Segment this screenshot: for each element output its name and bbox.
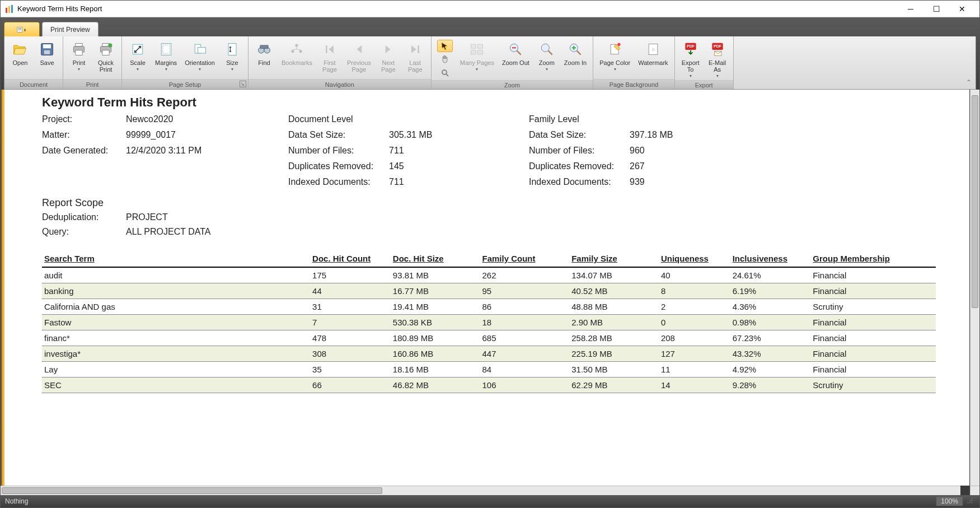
svg-rect-12 <box>76 50 82 55</box>
col-inclusiveness: Inclusiveness <box>730 250 811 267</box>
page-size-icon <box>223 40 241 58</box>
svg-rect-34 <box>478 44 483 48</box>
minimize-button[interactable]: ─ <box>898 1 923 17</box>
statusbar: Nothing 100% <box>1 495 979 507</box>
titlebar: Keyword Term Hits Report ─ ☐ ✕ <box>1 1 979 17</box>
close-button[interactable]: ✕ <box>949 1 975 17</box>
resize-grip-icon[interactable] <box>966 497 975 506</box>
table-cell: Lay <box>42 362 310 377</box>
table-cell: 31 <box>310 299 391 315</box>
table-cell: Fastow <box>42 315 310 330</box>
table-cell: 66 <box>310 377 391 393</box>
pointer-tool-button[interactable] <box>437 40 453 52</box>
previous-page-button[interactable]: Previous Page <box>344 39 374 74</box>
pdf-email-icon: PDF <box>709 40 726 58</box>
email-as-button[interactable]: PDF E-Mail As▾ <box>705 39 730 80</box>
svg-rect-6 <box>18 30 21 30</box>
horizontal-scroll-thumb[interactable] <box>2 487 382 494</box>
size-button[interactable]: Size▾ <box>220 39 245 73</box>
doc-dup-value: 145 <box>389 161 479 171</box>
doc-num-files-label: Number of Files: <box>288 146 389 156</box>
save-button[interactable]: Save <box>35 39 59 68</box>
dedup-value: PROJECT <box>126 212 350 222</box>
table-cell: Financial <box>810 315 936 330</box>
table-cell: 127 <box>659 346 730 362</box>
svg-point-59 <box>969 502 970 504</box>
table-cell: 24.61% <box>730 267 811 283</box>
last-page-icon <box>406 40 424 58</box>
print-button[interactable]: Print ▾ <box>67 39 91 73</box>
many-pages-icon <box>468 40 486 58</box>
app-menu-button[interactable] <box>4 22 40 36</box>
table-row: investiga*308160.86 MB447225.19 MB12743.… <box>42 346 936 362</box>
vertical-scroll-thumb[interactable] <box>972 95 978 308</box>
table-cell: 40.52 MB <box>569 283 659 299</box>
group-label-page-setup: Page Setup↘ <box>122 79 248 89</box>
table-cell: SEC <box>42 377 310 393</box>
next-page-icon <box>379 40 397 58</box>
project-value: Newco2020 <box>126 114 238 124</box>
table-cell: 40 <box>659 267 730 283</box>
fam-indexed-label: Indexed Documents: <box>529 177 630 187</box>
svg-rect-4 <box>18 28 21 29</box>
vertical-scrollbar[interactable] <box>970 90 979 486</box>
next-page-button[interactable]: Next Page <box>376 39 401 74</box>
table-cell: 18 <box>480 315 570 330</box>
table-cell: 46.82 MB <box>391 377 480 393</box>
bookmarks-icon <box>288 40 306 58</box>
zoom-in-button[interactable]: Zoom In <box>561 39 589 68</box>
orientation-button[interactable]: Orientation▾ <box>182 39 218 73</box>
table-cell: 93.81 MB <box>391 267 480 283</box>
table-cell: 160.86 MB <box>391 346 480 362</box>
fam-data-set-size-value: 397.18 MB <box>630 130 697 140</box>
svg-rect-30 <box>418 45 419 53</box>
svg-point-56 <box>969 500 970 501</box>
matter-label: Matter: <box>42 130 126 140</box>
first-page-button[interactable]: First Page <box>317 39 342 74</box>
save-icon <box>38 40 56 58</box>
page-color-button[interactable]: Page Color▾ <box>597 39 633 73</box>
table-cell: California AND gas <box>42 299 310 315</box>
open-button[interactable]: Open <box>8 39 32 68</box>
table-cell: 0.98% <box>730 315 811 330</box>
ribbon-collapse-button[interactable]: ⌃ <box>964 78 973 87</box>
svg-line-45 <box>577 51 581 55</box>
table-cell: 11 <box>659 362 730 377</box>
horizontal-scrollbar[interactable] <box>1 486 960 495</box>
ribbon-group-document: Open Save Document <box>4 36 63 89</box>
fam-dup-label: Duplicates Removed: <box>529 161 630 171</box>
orientation-icon <box>191 40 209 58</box>
page-setup-launcher[interactable]: ↘ <box>240 81 246 87</box>
magnify-tool-button[interactable] <box>437 67 453 79</box>
margins-button[interactable]: Margins▾ <box>152 39 180 73</box>
hand-tool-button[interactable] <box>437 53 453 66</box>
tab-print-preview[interactable]: Print Preview <box>42 22 99 36</box>
table-cell: 0 <box>659 315 730 330</box>
watermark-button[interactable]: A Watermark <box>635 39 670 68</box>
bookmarks-button[interactable]: Bookmarks <box>279 39 315 68</box>
find-button[interactable]: Find <box>252 39 276 68</box>
maximize-button[interactable]: ☐ <box>923 1 949 17</box>
svg-rect-9 <box>44 50 50 54</box>
zoom-icon <box>538 40 556 58</box>
svg-point-16 <box>108 44 112 48</box>
doc-indexed-value: 711 <box>389 177 479 187</box>
table-row: SEC6646.82 MB10662.29 MB149.28%Scrutiny <box>42 377 936 393</box>
zoom-in-icon <box>566 40 584 58</box>
ribbon-group-export: PDF Export To▾ PDF E-Mail As▾ Export <box>675 36 734 89</box>
table-cell: 18.16 MB <box>391 362 480 377</box>
svg-rect-36 <box>478 50 483 54</box>
group-label-zoom: Zoom <box>432 80 593 89</box>
margins-icon <box>157 40 175 58</box>
col-family-size: Family Size <box>569 250 659 267</box>
scale-button[interactable]: Scale▾ <box>125 39 150 73</box>
zoom-out-button[interactable]: Zoom Out <box>499 39 532 68</box>
query-label: Query: <box>42 227 126 237</box>
last-page-button[interactable]: Last Page <box>403 39 428 74</box>
table-cell: 478 <box>310 330 391 346</box>
many-pages-button[interactable]: Many Pages▾ <box>457 39 497 73</box>
quick-print-button[interactable]: Quick Print <box>93 39 118 74</box>
zoom-button[interactable]: Zoom▾ <box>534 39 559 73</box>
export-to-button[interactable]: PDF Export To▾ <box>678 39 703 80</box>
zoom-level[interactable]: 100% <box>936 497 963 506</box>
